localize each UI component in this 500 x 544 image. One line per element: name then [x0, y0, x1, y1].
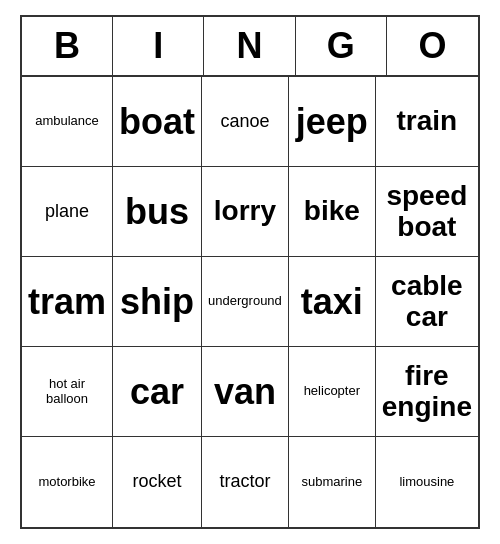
bingo-cell: bike: [289, 167, 376, 257]
bingo-cell: motorbike: [22, 437, 113, 527]
cell-text: bike: [304, 196, 360, 227]
cell-text: canoe: [220, 112, 269, 132]
bingo-cell: cable car: [376, 257, 478, 347]
bingo-header: BINGO: [22, 17, 478, 77]
cell-text: jeep: [296, 102, 368, 142]
bingo-card: BINGO ambulanceboatcanoejeeptrainplanebu…: [20, 15, 480, 529]
cell-text: train: [397, 106, 458, 137]
bingo-cell: ambulance: [22, 77, 113, 167]
cell-text: motorbike: [38, 475, 95, 489]
bingo-cell: taxi: [289, 257, 376, 347]
cell-text: bus: [125, 192, 189, 232]
bingo-cell: hot air balloon: [22, 347, 113, 437]
bingo-cell: helicopter: [289, 347, 376, 437]
bingo-cell: tractor: [202, 437, 289, 527]
header-letter: I: [113, 17, 204, 75]
header-letter: O: [387, 17, 478, 75]
bingo-cell: jeep: [289, 77, 376, 167]
cell-text: helicopter: [304, 384, 360, 398]
cell-text: taxi: [301, 282, 363, 322]
cell-text: hot air balloon: [46, 377, 88, 406]
header-letter: B: [22, 17, 113, 75]
cell-text: tram: [28, 282, 106, 322]
bingo-cell: limousine: [376, 437, 478, 527]
bingo-cell: submarine: [289, 437, 376, 527]
bingo-cell: boat: [113, 77, 202, 167]
cell-text: lorry: [214, 196, 276, 227]
cell-text: rocket: [133, 472, 182, 492]
header-letter: G: [296, 17, 387, 75]
cell-text: plane: [45, 202, 89, 222]
cell-text: cable car: [391, 271, 463, 333]
cell-text: ship: [120, 282, 194, 322]
cell-text: tractor: [219, 472, 270, 492]
cell-text: ambulance: [35, 114, 99, 128]
cell-text: speed boat: [386, 181, 467, 243]
cell-text: boat: [119, 102, 195, 142]
bingo-cell: fire engine: [376, 347, 478, 437]
cell-text: car: [130, 372, 184, 412]
cell-text: fire engine: [382, 361, 472, 423]
cell-text: van: [214, 372, 276, 412]
cell-text: underground: [208, 294, 282, 308]
bingo-cell: speed boat: [376, 167, 478, 257]
bingo-cell: plane: [22, 167, 113, 257]
header-letter: N: [204, 17, 295, 75]
bingo-grid: ambulanceboatcanoejeeptrainplanebuslorry…: [22, 77, 478, 527]
bingo-cell: car: [113, 347, 202, 437]
bingo-cell: underground: [202, 257, 289, 347]
bingo-cell: rocket: [113, 437, 202, 527]
bingo-cell: van: [202, 347, 289, 437]
bingo-cell: tram: [22, 257, 113, 347]
cell-text: submarine: [301, 475, 362, 489]
cell-text: limousine: [399, 475, 454, 489]
bingo-cell: bus: [113, 167, 202, 257]
bingo-cell: lorry: [202, 167, 289, 257]
bingo-cell: train: [376, 77, 478, 167]
bingo-cell: ship: [113, 257, 202, 347]
bingo-cell: canoe: [202, 77, 289, 167]
